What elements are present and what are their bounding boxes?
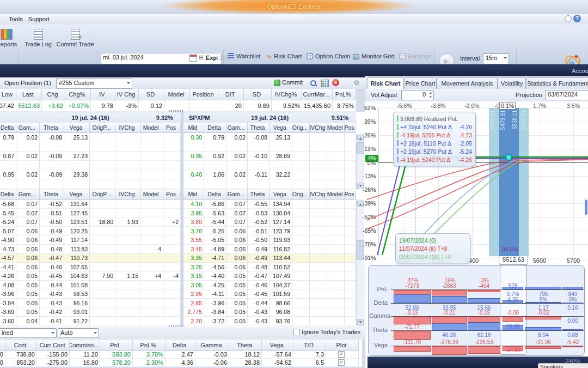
- table-cell[interactable]: [40, 142, 64, 152]
- table-cell[interactable]: 0.05: [226, 307, 248, 317]
- table-cell[interactable]: -3.84: [0, 299, 16, 308]
- table-row[interactable]: -5.450.07-0.51127.45: [0, 209, 181, 218]
- table-cell[interactable]: -4.11: [204, 289, 226, 299]
- table-cell[interactable]: 123.51: [64, 218, 90, 227]
- table-cell[interactable]: [292, 289, 310, 299]
- table-cell[interactable]: [292, 152, 310, 161]
- table-cell[interactable]: [292, 133, 310, 142]
- table-cell[interactable]: [90, 281, 115, 290]
- commit-button[interactable]: ↓ Commit: [274, 79, 303, 86]
- table-cell[interactable]: 0.12: [139, 100, 164, 112]
- table-cell[interactable]: -4.25: [204, 281, 226, 290]
- table-cell[interactable]: [310, 236, 327, 245]
- table-cell[interactable]: [16, 142, 40, 152]
- table-cell[interactable]: [310, 170, 327, 179]
- calendar-icon[interactable]: [189, 55, 197, 62]
- table-cell[interactable]: -4: [163, 272, 181, 281]
- table-cell[interactable]: -3.72: [204, 317, 226, 326]
- table-cell[interactable]: -0.53: [248, 209, 270, 218]
- table-cell[interactable]: -0.43: [248, 317, 270, 326]
- table-cell[interactable]: 3.78%: [133, 351, 166, 359]
- table-cell[interactable]: 0.79: [204, 133, 226, 142]
- tab-price-chart[interactable]: Price Chart: [404, 77, 437, 89]
- table-cell[interactable]: -4.56: [204, 263, 226, 272]
- table-cell[interactable]: [292, 272, 310, 281]
- table-cell[interactable]: [140, 218, 163, 227]
- table-cell[interactable]: -0.46: [40, 263, 64, 272]
- table-cell[interactable]: [140, 152, 163, 161]
- table-cell[interactable]: [163, 263, 181, 272]
- table-cell[interactable]: [345, 245, 356, 254]
- interval-dropdown[interactable]: 15m: [483, 53, 509, 64]
- table-cell[interactable]: 4.36: [166, 359, 195, 367]
- table-cell[interactable]: [327, 218, 345, 227]
- table-cell[interactable]: [90, 299, 115, 308]
- table-cell[interactable]: -4.89: [204, 245, 226, 254]
- table-cell[interactable]: -4: [140, 245, 163, 254]
- table-cell[interactable]: [345, 263, 356, 272]
- table-cell[interactable]: 0.06: [16, 254, 40, 263]
- table-cell[interactable]: [163, 142, 181, 152]
- table-cell[interactable]: [292, 142, 310, 152]
- table-cell[interactable]: 1.15: [115, 272, 140, 281]
- table-cell[interactable]: [327, 200, 345, 209]
- table-cell[interactable]: [327, 236, 345, 245]
- table-cell[interactable]: [327, 133, 345, 142]
- table-cell[interactable]: 0.07: [16, 200, 40, 209]
- table-cell[interactable]: -0.50: [248, 236, 270, 245]
- table-cell[interactable]: [140, 254, 163, 263]
- table-cell[interactable]: [40, 161, 64, 170]
- table-cell[interactable]: [115, 289, 140, 299]
- table-cell[interactable]: -0.09: [40, 152, 64, 161]
- table-cell[interactable]: [90, 245, 115, 254]
- table-cell[interactable]: -5.44: [204, 218, 226, 227]
- table-cell[interactable]: 7.90: [90, 272, 115, 281]
- table-cell[interactable]: [140, 227, 163, 236]
- commit-trade-button[interactable]: + Commit Trade: [54, 29, 96, 47]
- table-cell[interactable]: +4: [140, 272, 163, 281]
- table-cell[interactable]: 110.73: [64, 254, 90, 263]
- table-row[interactable]: [0, 179, 181, 189]
- table-cell[interactable]: -0.11: [248, 170, 270, 179]
- table-cell[interactable]: [345, 317, 356, 326]
- table-cell[interactable]: [327, 209, 345, 218]
- table-cell[interactable]: -4.40: [204, 272, 226, 281]
- table-cell[interactable]: 96.08: [270, 307, 292, 317]
- table-cell[interactable]: [115, 317, 140, 326]
- table-cell[interactable]: -3%: [115, 100, 139, 112]
- table-row[interactable]: -5.680.07-0.52131.64: [0, 200, 181, 209]
- table-cell[interactable]: 0.05: [16, 289, 40, 299]
- table-row[interactable]: [0, 161, 181, 170]
- table-cell[interactable]: 0.30: [183, 133, 204, 142]
- table-cell[interactable]: 18.80: [90, 218, 115, 227]
- table-cell[interactable]: [310, 152, 327, 161]
- table-cell[interactable]: [270, 179, 292, 189]
- table-cell[interactable]: 0.69: [244, 100, 272, 112]
- table-cell[interactable]: 0.06: [226, 254, 248, 263]
- table-row[interactable]: 3.45-4.890.06-0.49116.82: [183, 245, 356, 254]
- table-cell[interactable]: 119.93: [270, 236, 292, 245]
- table-cell[interactable]: [270, 142, 292, 152]
- table-cell[interactable]: 101.08: [64, 281, 90, 290]
- table-cell[interactable]: 25.13: [64, 133, 90, 142]
- table-cell[interactable]: 3.55: [183, 236, 204, 245]
- table-cell[interactable]: [310, 161, 327, 170]
- table-cell[interactable]: -5.45: [0, 209, 16, 218]
- table-cell[interactable]: [90, 236, 115, 245]
- table-cell[interactable]: [140, 209, 163, 218]
- table-cell[interactable]: -57.64: [262, 351, 293, 359]
- reports-button[interactable]: Reports: [0, 29, 19, 47]
- table-cell[interactable]: 0.05: [16, 299, 40, 308]
- table-row[interactable]: -5.070.06-0.49120.25: [0, 227, 181, 236]
- table-cell[interactable]: [163, 133, 181, 142]
- table-cell[interactable]: 0.07: [16, 209, 40, 218]
- table-row[interactable]: 0.790.02-0.0825.13: [0, 133, 181, 142]
- table-row[interactable]: 0.350.920.02-0.1028.69: [183, 152, 356, 161]
- chart-scrollbar-thumb[interactable]: [585, 200, 587, 215]
- combined-dropdown[interactable]: ined: [0, 328, 57, 338]
- table-cell[interactable]: -0.52: [40, 200, 64, 209]
- table-cell[interactable]: -0.42: [40, 307, 64, 317]
- table-cell[interactable]: 117.14: [64, 236, 90, 245]
- table-cell[interactable]: -0.45: [248, 289, 270, 299]
- table-row[interactable]: [0, 142, 181, 152]
